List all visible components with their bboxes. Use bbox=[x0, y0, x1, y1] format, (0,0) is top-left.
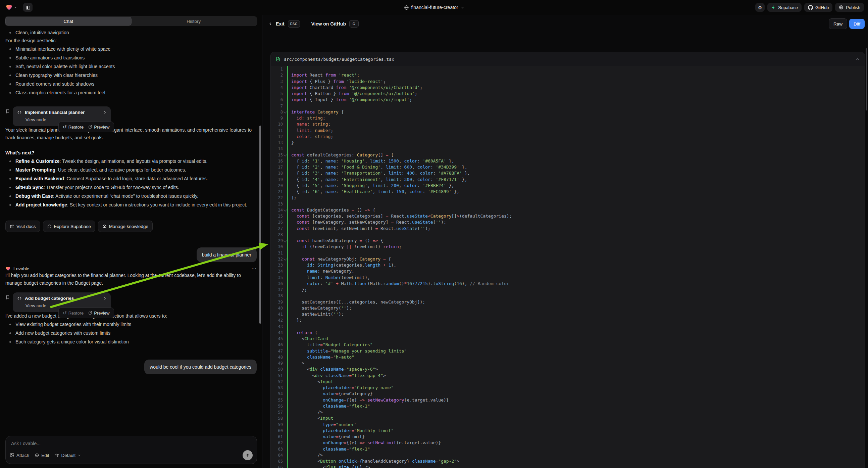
code-icon bbox=[17, 296, 22, 300]
line-number: 38 bbox=[271, 293, 283, 299]
version-actions: ↺Restore Preview bbox=[58, 308, 114, 318]
feature-list: Clean, intuitive navigation bbox=[5, 28, 257, 37]
line-number: 7 bbox=[271, 103, 283, 109]
code-line: 20 { id: '5', name: 'Shopping', limit: 2… bbox=[271, 183, 865, 189]
version-card-implement-financial-planner[interactable]: Implement financial planner View code ↺R… bbox=[13, 107, 111, 126]
lovable-logo-menu[interactable] bbox=[5, 4, 17, 11]
code-line: 29 const handleAddCategory = () => { bbox=[271, 238, 865, 244]
publish-button[interactable]: Publish bbox=[835, 3, 864, 12]
file-added-icon bbox=[276, 56, 280, 62]
chat-message-list[interactable]: Clean, intuitive navigation For the desi… bbox=[0, 28, 262, 434]
manage-knowledge-button[interactable]: Manage knowledge bbox=[98, 221, 153, 232]
code-scrollbar[interactable] bbox=[866, 48, 867, 111]
exit-button[interactable]: Exit bbox=[276, 21, 284, 27]
toggle-chat-panel-button[interactable] bbox=[23, 3, 33, 12]
fold-chevron-icon[interactable] bbox=[283, 239, 287, 242]
user-message: would be cool if you could add budget ca… bbox=[144, 359, 257, 374]
diff-view-button[interactable]: Diff bbox=[849, 19, 865, 29]
user-message-row: build a financial planner bbox=[5, 247, 257, 262]
file-diff-card: src/components/budget/BudgetCategories.t… bbox=[271, 52, 865, 468]
line-number: 29 bbox=[271, 238, 283, 244]
github-label: GitHub bbox=[815, 5, 829, 10]
user-message: build a financial planner bbox=[197, 247, 257, 262]
code-line: 48 className="h-auto" bbox=[271, 354, 865, 360]
fold-chevron-icon[interactable] bbox=[283, 110, 287, 114]
line-number: 43 bbox=[271, 324, 283, 330]
explore-supabase-button[interactable]: Explore Supabase bbox=[43, 221, 95, 232]
list-item: Clean typography with clear hierarchies bbox=[5, 71, 257, 80]
code-line: 17 { id: '2', name: 'Food & Dining', lim… bbox=[271, 164, 865, 170]
bookmark-icon bbox=[5, 109, 10, 114]
file-header[interactable]: src/components/budget/BudgetCategories.t… bbox=[271, 52, 865, 66]
line-number: 28 bbox=[271, 232, 283, 238]
code-line: 12 color: string; bbox=[271, 134, 865, 140]
chat-scrollbar[interactable] bbox=[259, 125, 261, 324]
gear-icon: ⚙ bbox=[758, 5, 762, 10]
code-line: 14 bbox=[271, 146, 865, 152]
code-line: 21 { id: '6', name: 'Healthcare', limit:… bbox=[271, 189, 865, 195]
code-line: 4import ChartCard from '@/components/ui/… bbox=[271, 85, 865, 91]
code-line: 26 const [newCategory, setNewCategory] =… bbox=[271, 219, 865, 225]
line-number: 32 bbox=[271, 256, 283, 262]
chevron-up-icon[interactable] bbox=[856, 57, 860, 61]
restore-button[interactable]: ↺Restore bbox=[63, 311, 84, 316]
line-number: 11 bbox=[271, 127, 283, 134]
model-selector[interactable]: Default bbox=[55, 453, 81, 458]
line-number: 54 bbox=[271, 391, 283, 397]
line-number: 25 bbox=[271, 213, 283, 219]
code-lines[interactable]: 12import React from 'react';3import { Pl… bbox=[271, 66, 865, 468]
chevron-right-icon bbox=[103, 111, 107, 114]
raw-view-button[interactable]: Raw bbox=[829, 19, 847, 29]
user-message-row: would be cool if you could add budget ca… bbox=[5, 359, 257, 374]
attach-button[interactable]: Attach bbox=[10, 453, 29, 458]
fold-chevron-icon[interactable] bbox=[283, 257, 287, 261]
line-number: 62 bbox=[271, 440, 283, 446]
line-number: 31 bbox=[271, 250, 283, 256]
project-selector[interactable]: financial-future-creator bbox=[404, 0, 464, 15]
supabase-button[interactable]: Supabase bbox=[767, 3, 802, 12]
settings-button[interactable]: ⚙ bbox=[755, 3, 765, 12]
code-line: 1 bbox=[271, 66, 865, 72]
more-options-icon[interactable]: ⋯ bbox=[251, 266, 257, 272]
list-item: Subtle animations and transitions bbox=[5, 53, 257, 62]
list-item: GitHub Sync: Transfer your project's cod… bbox=[5, 183, 257, 192]
line-number: 58 bbox=[271, 415, 283, 421]
code-line: 8interface Category { bbox=[271, 109, 865, 115]
line-number: 55 bbox=[271, 397, 283, 403]
chevron-down-icon bbox=[461, 6, 464, 9]
prompt-input[interactable] bbox=[10, 440, 181, 447]
send-button[interactable] bbox=[243, 450, 253, 460]
chevron-down-icon bbox=[78, 454, 81, 457]
line-number: 48 bbox=[271, 354, 283, 360]
line-number: 27 bbox=[271, 226, 283, 232]
github-button[interactable]: GitHub bbox=[804, 3, 832, 12]
line-number: 51 bbox=[271, 373, 283, 379]
line-number: 37 bbox=[271, 287, 283, 293]
restore-button[interactable]: ↺Restore bbox=[63, 124, 84, 129]
code-line: 5import { Button } from '@/components/ui… bbox=[271, 91, 865, 97]
list-item: Soft, neutral color palette with light b… bbox=[5, 62, 257, 71]
chat-bubble-icon bbox=[47, 224, 52, 229]
top-header: financial-future-creator ⚙ Supabase GitH… bbox=[0, 0, 868, 15]
fold-chevron-icon[interactable] bbox=[283, 153, 287, 156]
code-line: 9 id: string; bbox=[271, 115, 865, 121]
view-on-github-button[interactable]: View on GitHub bbox=[311, 21, 346, 27]
line-number: 17 bbox=[271, 164, 283, 170]
line-number: 35 bbox=[271, 274, 283, 281]
line-number: 50 bbox=[271, 366, 283, 372]
preview-button[interactable]: Preview bbox=[88, 124, 110, 129]
code-line: 28 bbox=[271, 232, 865, 238]
code-line: 30 if (!newCategory || !newLimit) return… bbox=[271, 244, 865, 250]
visit-docs-button[interactable]: Visit docs bbox=[5, 221, 40, 232]
line-number: 41 bbox=[271, 311, 283, 317]
tab-chat[interactable]: Chat bbox=[6, 17, 131, 25]
supabase-label: Supabase bbox=[778, 5, 798, 10]
tab-history[interactable]: History bbox=[131, 17, 257, 25]
edit-mode-button[interactable]: Edit bbox=[35, 453, 49, 458]
version-card-add-budget-categories[interactable]: Add budget categories View code ↺Restore… bbox=[13, 292, 111, 312]
publish-label: Publish bbox=[846, 5, 860, 10]
fold-chevron-icon[interactable] bbox=[283, 208, 287, 211]
line-number: 5 bbox=[271, 91, 283, 97]
preview-button[interactable]: Preview bbox=[88, 311, 110, 316]
code-line: 32 const newCategoryObj: Category = { bbox=[271, 256, 865, 262]
